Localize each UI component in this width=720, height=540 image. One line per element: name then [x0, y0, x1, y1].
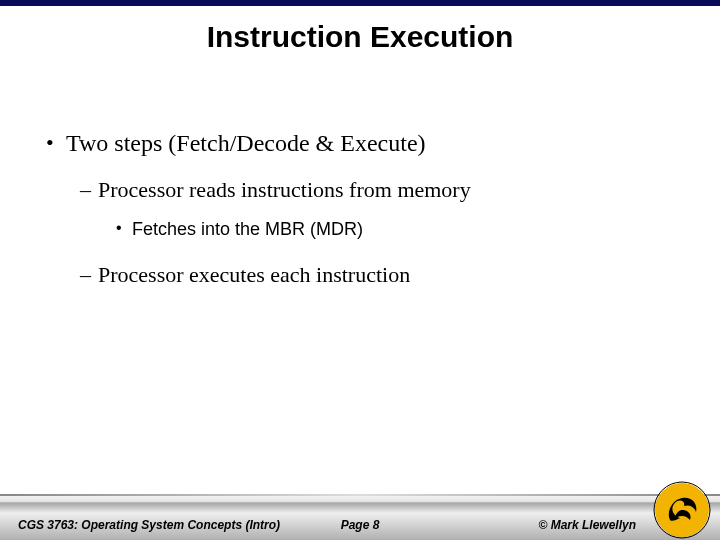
slide: Instruction Execution Two steps (Fetch/D… [0, 0, 720, 540]
bullet-level1: Two steps (Fetch/Decode & Execute) [40, 130, 690, 157]
bullet-level2: Processor executes each instruction [40, 262, 690, 288]
ucf-pegasus-logo-icon [652, 480, 712, 540]
footer-author: © Mark Llewellyn [538, 518, 636, 532]
footer-background [0, 494, 720, 540]
footer-divider [0, 494, 720, 496]
slide-content: Two steps (Fetch/Decode & Execute) Proce… [40, 130, 690, 304]
slide-footer: CGS 3763: Operating System Concepts (Int… [0, 494, 720, 540]
bullet-level2: Processor reads instructions from memory [40, 177, 690, 203]
top-accent-bar [0, 0, 720, 6]
bullet-level3: Fetches into the MBR (MDR) [40, 219, 690, 240]
slide-title: Instruction Execution [0, 20, 720, 54]
